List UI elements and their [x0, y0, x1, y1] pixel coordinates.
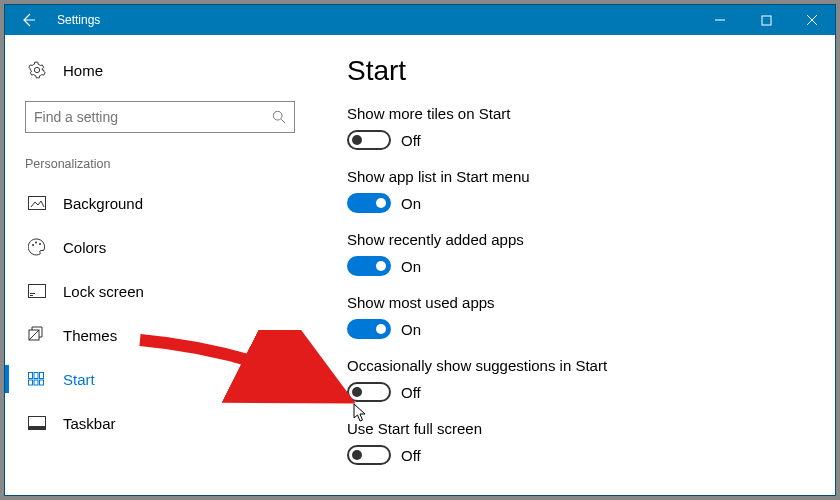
setting-label: Occasionally show suggestions in Start: [347, 357, 835, 374]
home-label: Home: [63, 62, 103, 79]
svg-rect-10: [29, 373, 33, 379]
toggle-show-more-tiles[interactable]: [347, 130, 391, 150]
palette-icon: [25, 238, 49, 256]
svg-rect-11: [34, 373, 38, 379]
setting-show-more-tiles: Show more tiles on Start Off: [347, 105, 835, 150]
search-input[interactable]: [34, 109, 272, 125]
setting-label: Show app list in Start menu: [347, 168, 835, 185]
setting-label: Show recently added apps: [347, 231, 835, 248]
picture-icon: [25, 196, 49, 210]
setting-most-used: Show most used apps On: [347, 294, 835, 339]
sidebar-item-taskbar[interactable]: Taskbar: [5, 401, 315, 445]
sidebar-item-label: Colors: [63, 239, 106, 256]
toggle-state: On: [401, 258, 421, 275]
page-heading: Start: [347, 55, 835, 87]
toggle-show-app-list[interactable]: [347, 193, 391, 213]
taskbar-icon: [25, 416, 49, 430]
sidebar-item-themes[interactable]: Themes: [5, 313, 315, 357]
search-icon: [272, 110, 286, 124]
maximize-button[interactable]: [743, 5, 789, 35]
minimize-button[interactable]: [697, 5, 743, 35]
setting-label: Show more tiles on Start: [347, 105, 835, 122]
toggle-state: On: [401, 195, 421, 212]
gear-icon: [25, 61, 49, 79]
main-panel: Start Show more tiles on Start Off Show …: [315, 35, 835, 495]
sidebar-item-background[interactable]: Background: [5, 181, 315, 225]
toggle-suggestions[interactable]: [347, 382, 391, 402]
back-button[interactable]: [5, 5, 51, 35]
window-title: Settings: [51, 13, 100, 27]
toggle-state: Off: [401, 447, 421, 464]
content: Home Personalization Background Colo: [5, 35, 835, 495]
svg-rect-8: [30, 295, 33, 296]
setting-label: Use Start full screen: [347, 420, 835, 437]
close-button[interactable]: [789, 5, 835, 35]
svg-rect-0: [762, 16, 771, 25]
svg-rect-17: [29, 426, 46, 430]
titlebar: Settings: [5, 5, 835, 35]
sidebar-group-header: Personalization: [5, 133, 315, 181]
svg-rect-12: [40, 373, 44, 379]
sidebar-item-label: Background: [63, 195, 143, 212]
svg-point-5: [39, 243, 41, 245]
sidebar-item-label: Lock screen: [63, 283, 144, 300]
home-nav[interactable]: Home: [5, 53, 315, 87]
toggle-recently-added[interactable]: [347, 256, 391, 276]
sidebar-item-lock-screen[interactable]: Lock screen: [5, 269, 315, 313]
toggle-full-screen[interactable]: [347, 445, 391, 465]
setting-full-screen: Use Start full screen Off: [347, 420, 835, 465]
search-box[interactable]: [25, 101, 295, 133]
sidebar: Home Personalization Background Colo: [5, 35, 315, 495]
toggle-state: Off: [401, 384, 421, 401]
svg-rect-15: [40, 380, 44, 385]
svg-rect-7: [30, 293, 35, 294]
settings-window: Settings Home Persona: [4, 4, 836, 496]
svg-rect-13: [29, 380, 33, 385]
svg-point-3: [32, 244, 34, 246]
sidebar-item-start[interactable]: Start: [5, 357, 315, 401]
setting-show-app-list: Show app list in Start menu On: [347, 168, 835, 213]
toggle-state: On: [401, 321, 421, 338]
toggle-state: Off: [401, 132, 421, 149]
setting-label: Show most used apps: [347, 294, 835, 311]
lock-screen-icon: [25, 284, 49, 298]
svg-rect-2: [29, 197, 46, 210]
sidebar-item-colors[interactable]: Colors: [5, 225, 315, 269]
sidebar-item-label: Start: [63, 371, 95, 388]
setting-recently-added: Show recently added apps On: [347, 231, 835, 276]
setting-suggestions: Occasionally show suggestions in Start O…: [347, 357, 835, 402]
svg-point-1: [273, 111, 282, 120]
toggle-most-used[interactable]: [347, 319, 391, 339]
themes-icon: [25, 326, 49, 344]
start-icon: [25, 372, 49, 386]
sidebar-item-label: Themes: [63, 327, 117, 344]
svg-rect-14: [34, 380, 38, 385]
sidebar-item-label: Taskbar: [63, 415, 116, 432]
svg-point-4: [35, 242, 37, 244]
